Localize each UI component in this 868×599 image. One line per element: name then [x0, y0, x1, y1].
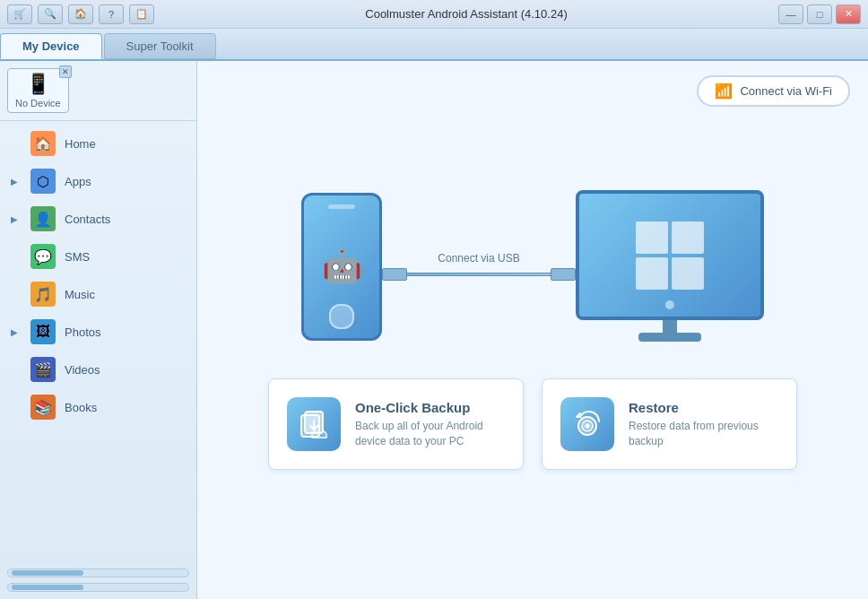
- contacts-nav-icon: 👤: [30, 206, 56, 231]
- backup-card-title: One-Click Backup: [355, 400, 505, 415]
- books-nav-icon: 📚: [30, 395, 56, 420]
- backup-icon: [287, 397, 341, 451]
- photos-label: Photos: [65, 326, 100, 339]
- photos-nav-icon: 🖼: [30, 319, 56, 344]
- restore-card[interactable]: Restore Restore data from previous backu…: [542, 378, 797, 470]
- android-logo: 🤖: [322, 247, 362, 285]
- tab-my-device[interactable]: My Device: [0, 33, 102, 59]
- horizontal-scrollbar[interactable]: [7, 569, 189, 577]
- maximize-button[interactable]: □: [807, 4, 832, 24]
- win-tile-2: [672, 221, 704, 254]
- contacts-label: Contacts: [65, 213, 110, 226]
- music-nav-icon: 🎵: [30, 282, 56, 307]
- sidebar-item-books[interactable]: 📚 Books: [0, 388, 196, 426]
- shop-icon[interactable]: 🛒: [7, 4, 32, 24]
- contacts-arrow-icon: ▶: [11, 214, 22, 224]
- home-nav-icon: 🏠: [30, 131, 56, 156]
- sidebar-item-music[interactable]: 🎵 Music: [0, 275, 196, 313]
- sidebar: ✕ 📱 No Device 🏠 Home ▶ ⬡ Apps ▶ 👤: [0, 61, 197, 599]
- nav-list: 🏠 Home ▶ ⬡ Apps ▶ 👤 Contacts 💬 SMS 🎵: [0, 121, 196, 561]
- backup-card-text: One-Click Backup Back up all of your And…: [355, 400, 505, 449]
- usb-line: [407, 273, 551, 276]
- win-tile-3: [636, 257, 668, 290]
- sidebar-item-photos[interactable]: ▶ 🖼 Photos: [0, 313, 196, 351]
- sms-nav-icon: 💬: [30, 244, 56, 269]
- phone-icon: 📱: [26, 73, 50, 96]
- sidebar-scrollbars: [0, 561, 196, 599]
- usb-connection-area: Connect via USB: [382, 252, 576, 281]
- tab-bar: My Device Super Toolkit: [0, 29, 868, 61]
- monitor-stand-base: [638, 333, 701, 342]
- restore-card-title: Restore: [629, 400, 778, 415]
- music-label: Music: [65, 288, 95, 301]
- minimize-button[interactable]: —: [778, 4, 803, 24]
- backup-card[interactable]: One-Click Backup Back up all of your And…: [268, 378, 524, 470]
- sidebar-item-home[interactable]: 🏠 Home: [0, 125, 196, 162]
- wifi-icon: 📶: [715, 82, 733, 100]
- home-icon[interactable]: 🏠: [68, 4, 93, 24]
- scrollbar-thumb-v: [12, 585, 83, 590]
- photos-arrow-icon: ▶: [11, 327, 22, 337]
- books-label: Books: [65, 401, 97, 414]
- clipboard-icon[interactable]: 📋: [129, 4, 154, 24]
- sidebar-item-contacts[interactable]: ▶ 👤 Contacts: [0, 200, 196, 238]
- svg-point-5: [586, 424, 590, 429]
- device-close-button[interactable]: ✕: [59, 65, 72, 78]
- content-area: 📶 Connect via Wi-Fi 🤖 Connect via USB: [197, 61, 868, 599]
- main-layout: ✕ 📱 No Device 🏠 Home ▶ ⬡ Apps ▶ 👤: [0, 61, 868, 599]
- videos-label: Videos: [65, 363, 100, 377]
- home-label: Home: [65, 137, 96, 151]
- videos-nav-icon: 🎬: [30, 357, 56, 382]
- search-icon[interactable]: 🔍: [38, 4, 63, 24]
- vertical-scrollbar[interactable]: [7, 583, 189, 592]
- usb-cable: [382, 268, 576, 281]
- windows-logo: [636, 221, 704, 290]
- connection-illustration: 🤖 Connect via USB: [301, 190, 764, 343]
- sidebar-item-sms[interactable]: 💬 SMS: [0, 238, 196, 275]
- help-icon[interactable]: ?: [99, 4, 124, 24]
- scrollbar-thumb-h: [12, 570, 83, 576]
- monitor-stand-neck: [663, 320, 677, 333]
- restore-card-desc: Restore data from previous backup: [629, 419, 778, 449]
- device-label: No Device: [15, 98, 61, 109]
- close-button[interactable]: ✕: [836, 4, 861, 24]
- monitor-shape: [576, 190, 764, 343]
- restore-icon: [560, 397, 614, 451]
- apps-label: Apps: [65, 175, 91, 188]
- monitor-screen: [576, 190, 764, 320]
- usb-label: Connect via USB: [438, 252, 519, 265]
- device-area: ✕ 📱 No Device: [0, 61, 196, 121]
- device-tab[interactable]: ✕ 📱 No Device: [7, 68, 69, 113]
- action-cards: One-Click Backup Back up all of your And…: [268, 378, 797, 470]
- apps-arrow-icon: ▶: [11, 177, 22, 187]
- monitor-dot: [665, 300, 674, 309]
- apps-nav-icon: ⬡: [30, 169, 56, 194]
- usb-plug-right: [551, 268, 576, 281]
- sms-label: SMS: [65, 250, 90, 264]
- title-bar: 🛒 🔍 🏠 ? 📋 Coolmuster Android Assistant (…: [0, 0, 868, 29]
- restore-card-text: Restore Restore data from previous backu…: [629, 400, 778, 449]
- phone-shape: 🤖: [301, 193, 382, 341]
- sidebar-item-apps[interactable]: ▶ ⬡ Apps: [0, 162, 196, 200]
- backup-card-desc: Back up all of your Android device data …: [355, 419, 505, 449]
- app-title: Coolmuster Android Assistant (4.10.24): [154, 7, 778, 21]
- win-tile-1: [636, 221, 668, 254]
- win-tile-4: [672, 257, 704, 290]
- tab-super-toolkit[interactable]: Super Toolkit: [104, 33, 216, 59]
- wifi-connect-button[interactable]: 📶 Connect via Wi-Fi: [697, 75, 850, 107]
- sidebar-item-videos[interactable]: 🎬 Videos: [0, 351, 196, 388]
- usb-plug-left: [382, 268, 407, 281]
